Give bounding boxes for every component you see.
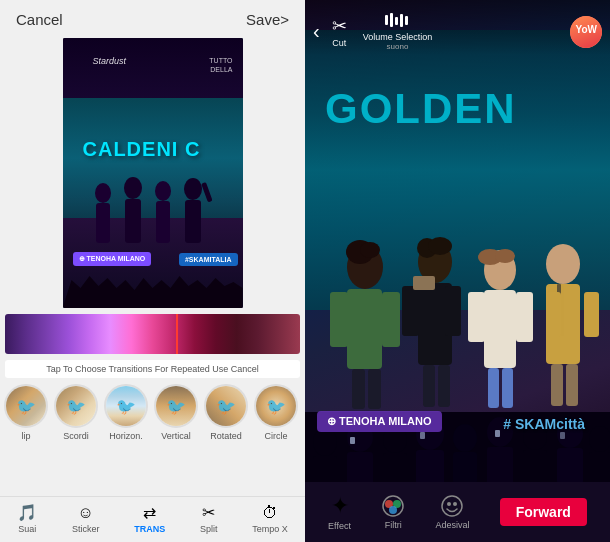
- tutto-text: TUTTO: [209, 56, 232, 65]
- svg-point-59: [589, 426, 610, 452]
- svg-rect-3: [125, 199, 141, 243]
- transition-item-vertical[interactable]: 🐦 Vertical: [154, 384, 198, 441]
- transitions-row: 🐦 lip 🐦 Scordi 🐦 Horizon.: [0, 378, 305, 447]
- svg-rect-22: [402, 286, 419, 336]
- avatar-you-text: YoW: [576, 24, 597, 35]
- adesival-label: Adesival: [435, 520, 469, 530]
- svg-rect-58: [557, 448, 583, 482]
- timeline-strip[interactable]: [5, 314, 300, 354]
- tab-suai[interactable]: 🎵 Suai: [17, 503, 37, 534]
- svg-rect-26: [438, 365, 450, 407]
- left-skam-tag: #SKAMITALIA: [179, 253, 238, 266]
- svg-rect-24: [445, 286, 461, 336]
- svg-rect-66: [390, 13, 393, 27]
- tab-split[interactable]: ✂ Split: [200, 503, 218, 534]
- suono-label: suono: [387, 42, 409, 51]
- stage-people-svg: [305, 192, 610, 412]
- transition-thumb-horizon: 🐦: [104, 384, 148, 428]
- transition-thumb-circle: 🐦: [254, 384, 298, 428]
- save-button[interactable]: Save>: [246, 11, 289, 28]
- filtri-label: Filtri: [385, 520, 402, 530]
- transition-label-horizon: Horizon.: [109, 431, 143, 441]
- transition-item-circle[interactable]: 🐦 Circle: [254, 384, 298, 441]
- left-tenoha-tag: ⊕ TENOHA MILANO: [73, 252, 152, 266]
- tab-tempo-label: Tempo X: [252, 524, 288, 534]
- adesival-btn[interactable]: Adesival: [435, 494, 469, 530]
- forward-button[interactable]: Forward: [500, 498, 587, 526]
- svg-rect-67: [395, 17, 398, 25]
- right-panel: GOLDEN: [305, 0, 610, 542]
- transition-item-lip[interactable]: 🐦 lip: [4, 384, 48, 441]
- svg-point-29: [495, 249, 515, 263]
- effect-btn[interactable]: ✦ Effect: [328, 493, 351, 531]
- svg-rect-64: [560, 432, 565, 439]
- svg-rect-42: [566, 364, 578, 406]
- svg-rect-30: [484, 290, 516, 368]
- right-tenoha-tag: ⊕ TENOHA MILANO: [317, 411, 442, 432]
- right-goldeni-text: GOLDEN: [325, 85, 517, 133]
- svg-rect-39: [546, 292, 561, 337]
- svg-point-4: [155, 181, 171, 201]
- cut-icon: ✂: [332, 15, 347, 37]
- svg-rect-32: [516, 292, 533, 342]
- svg-rect-44: [313, 456, 337, 482]
- svg-point-74: [442, 496, 462, 516]
- svg-point-43: [313, 428, 337, 456]
- bird-icon-6: 🐦: [266, 397, 286, 416]
- left-panel: Cancel Save> Stardust TUTTO DELLA CALDEN…: [0, 0, 305, 542]
- volume-label: Volume Selection: [363, 32, 433, 42]
- transition-hint: Tap To Choose Transitions For Repeated U…: [5, 360, 300, 378]
- svg-rect-1: [96, 203, 110, 243]
- tab-split-label: Split: [200, 524, 218, 534]
- tab-suai-label: Suai: [18, 524, 36, 534]
- svg-point-11: [360, 242, 380, 258]
- svg-rect-7: [185, 200, 201, 243]
- transition-label-circle: Circle: [264, 431, 287, 441]
- svg-point-75: [447, 502, 451, 506]
- bird-icon-5: 🐦: [216, 397, 236, 416]
- filtri-btn[interactable]: Filtri: [381, 494, 405, 530]
- svg-point-76: [453, 502, 457, 506]
- tutto-label: TUTTO DELLA: [209, 56, 232, 74]
- stardust-logo: Stardust: [93, 56, 127, 66]
- bird-icon: 🐦: [16, 397, 36, 416]
- della-text: DELLA: [209, 65, 232, 74]
- transition-thumb-scordi: 🐦: [54, 384, 98, 428]
- svg-rect-34: [502, 368, 513, 408]
- svg-point-35: [546, 244, 580, 284]
- svg-rect-65: [385, 15, 388, 25]
- transition-item-scordi[interactable]: 🐦 Scordi: [54, 384, 98, 441]
- transition-thumb-inner-2: 🐦: [56, 386, 96, 426]
- filtri-icon: [381, 494, 405, 518]
- volume-icon: [385, 13, 409, 31]
- svg-rect-16: [352, 369, 365, 409]
- cut-tool[interactable]: ✂ Cut: [332, 15, 347, 48]
- svg-rect-23: [413, 276, 435, 290]
- transition-item-rotated[interactable]: 🐦 Rotated: [204, 384, 248, 441]
- svg-rect-5: [156, 201, 170, 243]
- svg-rect-60: [589, 452, 610, 482]
- transition-thumb-inner-6: 🐦: [256, 386, 296, 426]
- timeline-segment: [5, 314, 300, 354]
- trans-icon: ⇄: [143, 503, 156, 522]
- tab-tempo[interactable]: ⏱ Tempo X: [252, 504, 288, 534]
- transition-thumb-lip: 🐦: [4, 384, 48, 428]
- svg-point-6: [184, 178, 202, 200]
- transition-item-horizon[interactable]: 🐦 Horizon.: [104, 384, 148, 441]
- tab-sticker[interactable]: ☺ Sticker: [72, 504, 100, 534]
- right-bottom-bar: ✦ Effect Filtri Adesival Forward: [305, 482, 610, 542]
- cancel-button[interactable]: Cancel: [16, 11, 63, 28]
- svg-rect-62: [420, 432, 425, 439]
- volume-selection-btn[interactable]: Volume Selection suono: [363, 13, 433, 51]
- svg-rect-56: [523, 450, 547, 482]
- svg-rect-31: [468, 292, 485, 342]
- suai-icon: 🎵: [17, 503, 37, 522]
- svg-point-73: [389, 506, 397, 514]
- transition-thumb-rotated: 🐦: [204, 384, 248, 428]
- transition-thumb-inner: 🐦: [6, 386, 46, 426]
- right-skam-tag: # SKAMcittà: [503, 416, 585, 432]
- bird-icon-3: 🐦: [116, 397, 136, 416]
- tab-trans[interactable]: ⇄ TRANS: [134, 503, 165, 534]
- back-arrow[interactable]: ‹: [313, 20, 320, 43]
- svg-rect-69: [405, 16, 408, 25]
